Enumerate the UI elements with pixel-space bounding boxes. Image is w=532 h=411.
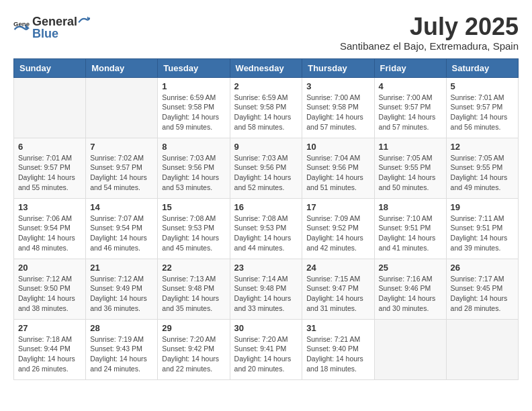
calendar-cell: 29Sunrise: 7:20 AM Sunset: 9:42 PM Dayli…	[158, 319, 230, 379]
day-number: 27	[18, 323, 81, 333]
day-details: Sunrise: 7:07 AM Sunset: 9:54 PM Dayligh…	[90, 214, 153, 253]
col-sunday: Sunday	[14, 58, 86, 77]
calendar-cell: 9Sunrise: 7:03 AM Sunset: 9:56 PM Daylig…	[230, 138, 302, 198]
day-details: Sunrise: 7:03 AM Sunset: 9:56 PM Dayligh…	[162, 153, 225, 193]
calendar-cell	[14, 77, 86, 138]
day-details: Sunrise: 7:01 AM Sunset: 9:57 PM Dayligh…	[451, 93, 514, 132]
col-thursday: Thursday	[302, 58, 374, 77]
calendar-cell: 27Sunrise: 7:18 AM Sunset: 9:44 PM Dayli…	[14, 319, 86, 379]
col-saturday: Saturday	[446, 58, 518, 77]
day-number: 14	[90, 202, 153, 212]
day-number: 25	[379, 263, 442, 273]
week-row-1: 1Sunrise: 6:59 AM Sunset: 9:58 PM Daylig…	[14, 77, 519, 138]
calendar-cell: 18Sunrise: 7:10 AM Sunset: 9:51 PM Dayli…	[374, 198, 446, 259]
day-details: Sunrise: 7:11 AM Sunset: 9:51 PM Dayligh…	[451, 214, 514, 253]
day-number: 8	[162, 142, 225, 152]
day-number: 4	[379, 81, 442, 91]
day-details: Sunrise: 7:12 AM Sunset: 9:50 PM Dayligh…	[18, 274, 81, 314]
day-number: 20	[18, 263, 81, 273]
day-number: 30	[234, 323, 298, 333]
day-number: 23	[234, 263, 298, 273]
day-number: 1	[162, 81, 225, 91]
day-number: 31	[306, 323, 369, 333]
calendar-cell: 22Sunrise: 7:13 AM Sunset: 9:48 PM Dayli…	[158, 259, 230, 319]
day-number: 28	[90, 323, 153, 333]
day-details: Sunrise: 7:10 AM Sunset: 9:51 PM Dayligh…	[379, 214, 442, 253]
day-details: Sunrise: 7:09 AM Sunset: 9:52 PM Dayligh…	[306, 214, 369, 253]
calendar-cell: 16Sunrise: 7:08 AM Sunset: 9:53 PM Dayli…	[230, 198, 302, 259]
calendar-cell	[86, 77, 158, 138]
day-details: Sunrise: 7:18 AM Sunset: 9:44 PM Dayligh…	[18, 334, 81, 374]
calendar-cell: 13Sunrise: 7:06 AM Sunset: 9:54 PM Dayli…	[14, 198, 86, 259]
day-details: Sunrise: 7:16 AM Sunset: 9:46 PM Dayligh…	[379, 274, 442, 314]
calendar-cell: 4Sunrise: 7:00 AM Sunset: 9:57 PM Daylig…	[374, 77, 446, 138]
day-number: 10	[306, 142, 369, 152]
calendar-cell: 12Sunrise: 7:05 AM Sunset: 9:55 PM Dayli…	[446, 138, 518, 198]
day-number: 16	[234, 202, 298, 212]
day-number: 24	[306, 263, 369, 273]
title-area: July 2025 Santibanez el Bajo, Extremadur…	[340, 13, 519, 52]
calendar-cell: 19Sunrise: 7:11 AM Sunset: 9:51 PM Dayli…	[446, 198, 518, 259]
day-details: Sunrise: 7:13 AM Sunset: 9:48 PM Dayligh…	[162, 274, 225, 314]
day-number: 22	[162, 263, 225, 273]
day-details: Sunrise: 7:00 AM Sunset: 9:57 PM Dayligh…	[379, 93, 442, 132]
week-row-3: 13Sunrise: 7:06 AM Sunset: 9:54 PM Dayli…	[14, 198, 519, 259]
header-row: Sunday Monday Tuesday Wednesday Thursday…	[14, 58, 519, 77]
calendar-cell: 3Sunrise: 7:00 AM Sunset: 9:58 PM Daylig…	[302, 77, 374, 138]
day-number: 21	[90, 263, 153, 273]
day-details: Sunrise: 7:20 AM Sunset: 9:42 PM Dayligh…	[162, 334, 225, 374]
day-number: 7	[90, 142, 153, 152]
day-number: 15	[162, 202, 225, 212]
day-number: 11	[379, 142, 442, 152]
col-wednesday: Wednesday	[230, 58, 302, 77]
day-details: Sunrise: 7:04 AM Sunset: 9:56 PM Dayligh…	[306, 153, 369, 193]
calendar-cell: 28Sunrise: 7:19 AM Sunset: 9:43 PM Dayli…	[86, 319, 158, 379]
calendar-cell: 5Sunrise: 7:01 AM Sunset: 9:57 PM Daylig…	[446, 77, 518, 138]
day-number: 17	[306, 202, 369, 212]
calendar-cell: 25Sunrise: 7:16 AM Sunset: 9:46 PM Dayli…	[374, 259, 446, 319]
day-details: Sunrise: 7:17 AM Sunset: 9:45 PM Dayligh…	[451, 274, 514, 314]
logo-bird-icon	[78, 13, 90, 26]
logo: General General Blue	[13, 13, 91, 40]
logo-text-general: General	[32, 15, 77, 28]
day-number: 6	[18, 142, 81, 152]
calendar-cell: 11Sunrise: 7:05 AM Sunset: 9:55 PM Dayli…	[374, 138, 446, 198]
calendar-cell: 6Sunrise: 7:01 AM Sunset: 9:57 PM Daylig…	[14, 138, 86, 198]
week-row-2: 6Sunrise: 7:01 AM Sunset: 9:57 PM Daylig…	[14, 138, 519, 198]
calendar-cell: 8Sunrise: 7:03 AM Sunset: 9:56 PM Daylig…	[158, 138, 230, 198]
logo-text-blue: Blue	[32, 27, 58, 40]
day-details: Sunrise: 7:06 AM Sunset: 9:54 PM Dayligh…	[18, 214, 81, 253]
day-number: 9	[234, 142, 298, 152]
calendar-cell: 15Sunrise: 7:08 AM Sunset: 9:53 PM Dayli…	[158, 198, 230, 259]
day-details: Sunrise: 7:19 AM Sunset: 9:43 PM Dayligh…	[90, 334, 153, 374]
location-title: Santibanez el Bajo, Extremadura, Spain	[340, 40, 519, 52]
day-details: Sunrise: 7:00 AM Sunset: 9:58 PM Dayligh…	[306, 93, 369, 132]
calendar-cell: 14Sunrise: 7:07 AM Sunset: 9:54 PM Dayli…	[86, 198, 158, 259]
day-details: Sunrise: 7:02 AM Sunset: 9:57 PM Dayligh…	[90, 153, 153, 193]
logo-icon: General	[13, 19, 30, 35]
day-number: 5	[451, 81, 514, 91]
calendar-table: Sunday Monday Tuesday Wednesday Thursday…	[13, 58, 519, 380]
day-details: Sunrise: 6:59 AM Sunset: 9:58 PM Dayligh…	[162, 93, 225, 132]
calendar-cell: 21Sunrise: 7:12 AM Sunset: 9:49 PM Dayli…	[86, 259, 158, 319]
day-number: 13	[18, 202, 81, 212]
calendar-cell: 20Sunrise: 7:12 AM Sunset: 9:50 PM Dayli…	[14, 259, 86, 319]
calendar-cell	[446, 319, 518, 379]
day-number: 12	[451, 142, 514, 152]
calendar-cell: 31Sunrise: 7:21 AM Sunset: 9:40 PM Dayli…	[302, 319, 374, 379]
calendar-cell: 1Sunrise: 6:59 AM Sunset: 9:58 PM Daylig…	[158, 77, 230, 138]
day-details: Sunrise: 7:21 AM Sunset: 9:40 PM Dayligh…	[306, 334, 369, 374]
page-header: General General Blue July 2025 Santibane…	[13, 13, 519, 52]
col-monday: Monday	[86, 58, 158, 77]
day-details: Sunrise: 7:08 AM Sunset: 9:53 PM Dayligh…	[162, 214, 225, 253]
day-number: 26	[451, 263, 514, 273]
week-row-5: 27Sunrise: 7:18 AM Sunset: 9:44 PM Dayli…	[14, 319, 519, 379]
day-number: 29	[162, 323, 225, 333]
calendar-cell: 26Sunrise: 7:17 AM Sunset: 9:45 PM Dayli…	[446, 259, 518, 319]
day-details: Sunrise: 7:20 AM Sunset: 9:41 PM Dayligh…	[234, 334, 298, 374]
day-details: Sunrise: 7:03 AM Sunset: 9:56 PM Dayligh…	[234, 153, 298, 193]
calendar-cell	[374, 319, 446, 379]
calendar-cell: 2Sunrise: 6:59 AM Sunset: 9:58 PM Daylig…	[230, 77, 302, 138]
week-row-4: 20Sunrise: 7:12 AM Sunset: 9:50 PM Dayli…	[14, 259, 519, 319]
calendar-cell: 24Sunrise: 7:15 AM Sunset: 9:47 PM Dayli…	[302, 259, 374, 319]
